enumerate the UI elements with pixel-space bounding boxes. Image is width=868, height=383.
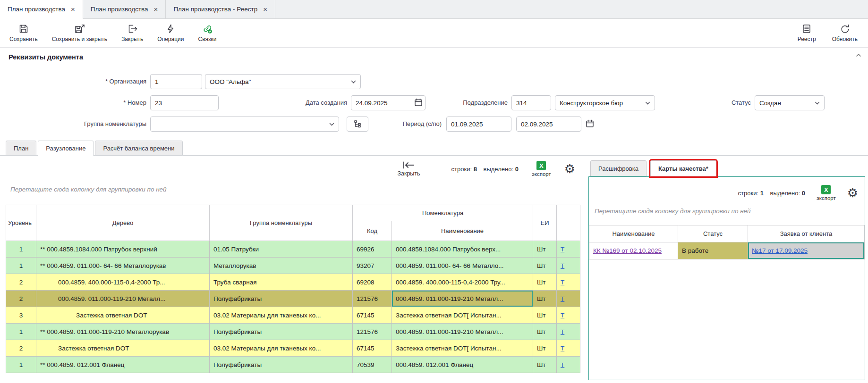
- window-tab-plan-1[interactable]: План производства ×: [0, 0, 83, 19]
- table-row[interactable]: 1 ** 000.4859. 011.000- 64- 66 Металлору…: [6, 258, 580, 274]
- status-cell[interactable]: В работе: [678, 242, 748, 259]
- exit-icon: [127, 24, 137, 34]
- export-button[interactable]: X экспорт: [532, 161, 551, 177]
- row-link[interactable]: Т: [561, 295, 564, 302]
- table-row[interactable]: 1 ** 000.4859. 012.001 Фланец Полуфабрик…: [6, 357, 580, 373]
- column-header-unit[interactable]: ЕИ: [533, 205, 557, 241]
- client-request-link[interactable]: №17 от 17.09.2025: [752, 247, 808, 254]
- table-row[interactable]: 2 Застежка ответная DOT 03.02 Материалы …: [6, 340, 580, 357]
- organization-select[interactable]: ООО "Альфа": [205, 74, 361, 89]
- row-link[interactable]: Т: [561, 246, 564, 253]
- tab-explosion[interactable]: Разузлование: [38, 141, 94, 156]
- export-button[interactable]: X экспорт: [817, 185, 836, 201]
- close-icon[interactable]: ×: [71, 6, 75, 13]
- grid-close-button[interactable]: Закрыть: [397, 161, 420, 177]
- close-button[interactable]: Закрыть: [121, 24, 143, 42]
- close-icon[interactable]: ×: [263, 6, 267, 13]
- calendar-icon[interactable]: [414, 98, 423, 107]
- column-header-status[interactable]: Статус: [678, 225, 748, 242]
- organization-label: * Организация: [5, 74, 146, 89]
- table-row[interactable]: КК №169 от 02.10.2025 В работе №17 от 17…: [589, 242, 865, 259]
- gear-icon[interactable]: ⚙: [847, 187, 858, 199]
- chain-link-icon: [202, 24, 213, 34]
- period-to-field[interactable]: [516, 117, 581, 132]
- row-link[interactable]: Т: [561, 328, 564, 335]
- number-field[interactable]: [150, 95, 219, 110]
- window-tab-bar: План производства × План производства × …: [0, 0, 868, 19]
- focused-cell[interactable]: 000.4859. 011.000-119-210 Металл...: [392, 291, 533, 307]
- quality-grid-toolbar: строки: 1 выделено: 0 X экспорт ⚙: [589, 177, 865, 204]
- row-link[interactable]: Т: [561, 361, 564, 368]
- operations-button[interactable]: Операции: [157, 24, 184, 42]
- close-icon[interactable]: ×: [154, 6, 158, 13]
- chevron-up-icon[interactable]: [856, 53, 861, 57]
- chevron-down-icon: [645, 101, 650, 105]
- gear-icon[interactable]: ⚙: [564, 163, 575, 175]
- grid-toolbar: Закрыть строки: 8 выделено: 0 X экспорт …: [6, 156, 580, 182]
- table-row[interactable]: 3 Застежка ответная DOT 03.02 Материалы …: [6, 307, 580, 324]
- client-request-cell[interactable]: №17 от 17.09.2025: [748, 242, 865, 259]
- column-header-nomenclature[interactable]: Номенклатура: [353, 205, 533, 221]
- document-requisites-section: Реквизиты документа * Организация ООО "А…: [0, 47, 868, 139]
- status-label: Статус: [699, 95, 751, 110]
- explosion-grid-pane: Закрыть строки: 8 выделено: 0 X экспорт …: [6, 156, 580, 383]
- table-row[interactable]: 2 000.4859. 400.000-115-0,4-2000 Тр... Т…: [6, 274, 580, 291]
- column-header-request[interactable]: Заявка от клиента: [748, 225, 865, 242]
- period-from-field[interactable]: [446, 117, 511, 132]
- tab-plan[interactable]: План: [6, 141, 36, 156]
- row-link[interactable]: Т: [561, 345, 564, 352]
- tree-icon: [353, 120, 362, 128]
- table-row[interactable]: 1 ** 000.4859. 011.000-119-210 Металлору…: [6, 324, 580, 340]
- registry-icon: [801, 24, 812, 34]
- arrow-left-icon: [402, 161, 415, 169]
- tab-quality-cards[interactable]: Карты качества*: [650, 160, 716, 176]
- department-code-field[interactable]: [511, 95, 551, 110]
- tab-decryption[interactable]: Расшифровка: [590, 160, 647, 176]
- group-by-dropzone[interactable]: Перетащите сюда колонку для группировки …: [6, 182, 580, 196]
- window-tab-label: План производства - Реестр: [173, 6, 257, 13]
- column-header-extra[interactable]: [557, 205, 580, 241]
- window-tab-label: План производства: [91, 6, 148, 13]
- period-label: Период (с/по): [373, 117, 442, 132]
- excel-icon: X: [536, 161, 546, 170]
- registry-button[interactable]: Реестр: [798, 24, 816, 42]
- refresh-button[interactable]: Обновить: [832, 24, 858, 42]
- organization-code-field[interactable]: [150, 74, 202, 89]
- quality-card-cell[interactable]: КК №169 от 02.10.2025: [589, 242, 678, 259]
- tree-select-button[interactable]: [347, 117, 368, 132]
- links-button[interactable]: Связки: [198, 24, 216, 42]
- refresh-icon: [840, 24, 850, 34]
- column-header-group[interactable]: Группа номенклатуры: [210, 205, 353, 241]
- row-link[interactable]: Т: [561, 279, 564, 286]
- column-header-level[interactable]: Уровень: [6, 205, 36, 241]
- quality-card-link[interactable]: КК №169 от 02.10.2025: [593, 247, 662, 254]
- group-by-dropzone[interactable]: Перетащите сюда колонку для группировки …: [589, 204, 865, 217]
- column-header-name[interactable]: Наименование: [392, 221, 533, 241]
- save-and-close-icon: [74, 24, 85, 34]
- quality-cards-table: Наименование Статус Заявка от клиента КК…: [589, 225, 865, 259]
- window-tab-plan-2[interactable]: План производства ×: [83, 0, 166, 18]
- calendar-icon[interactable]: [586, 119, 594, 128]
- chevron-down-icon: [351, 80, 356, 83]
- save-and-close-button[interactable]: Сохранить и закрыть: [52, 24, 107, 42]
- column-header-name[interactable]: Наименование: [589, 225, 678, 242]
- section-title: Реквизиты документа: [0, 48, 868, 61]
- department-select[interactable]: Конструкторское бюр: [555, 95, 655, 110]
- save-button[interactable]: Сохранить: [9, 24, 38, 42]
- chevron-down-icon: [815, 101, 820, 105]
- right-panel: Расшифровка Карты качества* строки: 1 вы…: [588, 156, 868, 383]
- status-select[interactable]: Создан: [755, 95, 825, 110]
- column-header-code[interactable]: Код: [353, 221, 392, 241]
- created-date-label: Дата создания: [274, 95, 347, 110]
- column-header-tree[interactable]: Дерево: [36, 205, 210, 241]
- window-tab-registry[interactable]: План производства - Реестр ×: [166, 0, 275, 18]
- tab-time-balance[interactable]: Расчёт баланса времени: [95, 141, 182, 156]
- table-row[interactable]: 1 ** 000.4859.1084.000 Патрубок верхний …: [6, 241, 580, 258]
- row-link[interactable]: Т: [561, 262, 564, 269]
- table-row-selected[interactable]: 2 000.4859. 011.000-119-210 Металл... По…: [6, 291, 580, 307]
- row-link[interactable]: Т: [561, 312, 564, 319]
- right-panel-tab-bar: Расшифровка Карты качества*: [588, 156, 868, 176]
- view-tab-bar: План Разузлование Расчёт баланса времени: [0, 139, 868, 156]
- nomenclature-group-select[interactable]: [150, 117, 339, 132]
- department-label: Подразделение: [439, 95, 508, 110]
